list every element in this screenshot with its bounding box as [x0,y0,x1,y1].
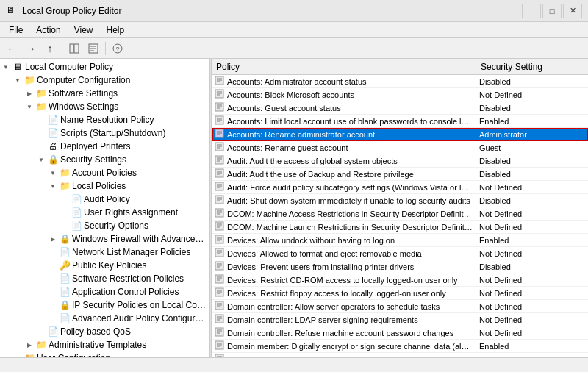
list-row[interactable]: Devices: Allowed to format and eject rem… [212,247,588,260]
node-label-scripts: Scripts (Startup/Shutdown) [60,128,165,138]
list-row[interactable]: Devices: Allow undock without having to … [212,234,588,247]
node-icon-advanced-audit: 📄 [59,313,71,323]
minimize-button[interactable]: — [522,4,541,18]
list-row[interactable]: DCOM: Machine Access Restrictions in Sec… [212,207,588,221]
back-button[interactable]: ← [3,40,21,57]
node-icon-scripts: 📄 [47,128,59,138]
tree-node-public-key[interactable]: 🔑Public Key Policies [0,259,209,272]
node-label-network-list: Network List Manager Policies [72,247,190,257]
tree-panel[interactable]: ▼🖥Local Computer Policy▼📁Computer Config… [0,59,209,357]
tree-node-user-rights[interactable]: 📄User Rights Assignment [0,206,209,219]
list-row[interactable]: Domain member: Digitally encrypt secure … [212,353,588,357]
list-row[interactable]: Audit: Audit the access of global system… [212,154,588,168]
tree-node-security-settings[interactable]: ▼🔒Security Settings [0,153,209,166]
menu-item-view[interactable]: View [68,23,99,37]
tree-node-windows-firewall[interactable]: ▶🔒Windows Firewall with Advanced Securit… [0,232,209,246]
menu-item-file[interactable]: File [3,23,29,37]
tree-node-software-settings-comp[interactable]: ▶📁Software Settings [0,87,209,100]
maximize-button[interactable]: □ [542,4,562,18]
setting-cell: Disabled [476,101,588,114]
list-row[interactable]: Accounts: Rename guest accountGuest [212,141,588,154]
policy-icon [215,89,225,100]
list-row[interactable]: Devices: Restrict CD-ROM access to local… [212,273,588,287]
policy-cell: Devices: Allowed to format and eject rem… [212,247,476,260]
tree-node-audit-policy[interactable]: 📄Audit Policy [0,193,209,206]
list-row[interactable]: Audit: Shut down system immediately if u… [212,194,588,207]
close-button[interactable]: ✕ [563,4,582,18]
svg-rect-52 [215,222,223,230]
tree-node-deployed-printers[interactable]: 🖨Deployed Printers [0,140,209,153]
policy-list[interactable]: Accounts: Administrator account statusDi… [212,75,588,357]
policy-cell: Accounts: Block Microsoft accounts [212,88,476,101]
tree-node-advanced-audit[interactable]: 📄Advanced Audit Policy Configuration [0,312,209,325]
list-row[interactable]: Domain controller: Allow server operator… [212,300,588,313]
policy-name: Devices: Allowed to format and eject rem… [227,249,422,258]
list-row[interactable]: Accounts: Block Microsoft accountsNot De… [212,88,588,101]
tree-node-security-options[interactable]: 📄Security Options [0,219,209,232]
menu-item-action[interactable]: Action [30,23,66,37]
tree-node-account-policies[interactable]: ▼📁Account Policies [0,166,209,179]
list-row[interactable]: Audit: Audit the use of Backup and Resto… [212,168,588,181]
tree-node-local-computer-policy[interactable]: ▼🖥Local Computer Policy [0,60,209,74]
list-row[interactable]: Domain controller: Refuse machine accoun… [212,326,588,340]
policy-icon [215,76,225,87]
tree-node-user-config[interactable]: ▼📁User Configuration [0,351,209,357]
tree-node-app-control[interactable]: 📄Application Control Policies [0,285,209,298]
policy-column-header[interactable]: Policy [212,59,476,74]
node-icon-admin-templates-comp: 📁 [35,340,47,350]
policy-cell: Audit: Shut down system immediately if u… [212,194,476,207]
tree-node-local-policies[interactable]: ▼📁Local Policies [0,179,209,193]
policy-cell: Accounts: Guest account status [212,101,476,114]
node-label-windows-firewall: Windows Firewall with Advanced Security [72,234,206,244]
list-header: Policy Security Setting [212,59,588,75]
list-row[interactable]: Accounts: Guest account statusDisabled [212,101,588,115]
svg-rect-44 [215,196,223,204]
policy-name: Devices: Prevent users from installing p… [227,262,414,271]
svg-rect-80 [215,315,223,323]
forward-button[interactable]: → [22,40,40,57]
setting-cell: Administrator [476,128,588,140]
list-row[interactable]: Accounts: Rename administrator accountAd… [212,128,588,141]
list-row[interactable]: Accounts: Limit local account use of bla… [212,115,588,128]
list-row[interactable]: Accounts: Administrator account statusDi… [212,75,588,88]
policy-name: Devices: Restrict CD-ROM access to local… [227,276,458,285]
list-row[interactable]: Devices: Prevent users from installing p… [212,260,588,273]
tree-node-policy-based-qos[interactable]: 📄Policy-based QoS [0,325,209,338]
expand-icon-admin-templates-comp: ▶ [24,342,35,348]
policy-name: DCOM: Machine Access Restrictions in Sec… [227,210,473,218]
policy-cell: Accounts: Rename administrator account [212,128,476,140]
node-label-software-settings-comp: Software Settings [49,88,118,99]
policy-cell: Domain member: Digitally encrypt or sign… [212,340,476,352]
node-label-user-rights: User Rights Assignment [84,207,178,218]
tree-node-computer-config[interactable]: ▼📁Computer Configuration [0,74,209,87]
toolbar-separator-1 [62,42,62,55]
svg-rect-20 [215,116,223,124]
node-label-app-control: Application Control Policies [72,287,179,297]
policy-name: Accounts: Rename guest account [227,143,348,152]
up-button[interactable]: ↑ [41,40,59,57]
svg-rect-12 [215,90,223,98]
properties-button[interactable] [85,40,102,57]
tree-node-windows-settings[interactable]: ▼📁Windows Settings [0,100,209,113]
policy-name: Accounts: Guest account status [227,104,341,112]
list-row[interactable]: DCOM: Machine Launch Restrictions in Sec… [212,221,588,234]
setting-cell: Disabled [476,75,588,87]
setting-column-header[interactable]: Security Setting [476,59,576,74]
help-button[interactable]: ? [109,40,126,57]
policy-name: DCOM: Machine Launch Restrictions in Sec… [227,223,473,232]
tree-node-software-restriction[interactable]: 📄Software Restriction Policies [0,272,209,285]
node-icon-security-options: 📄 [71,221,82,231]
list-row[interactable]: Audit: Force audit policy subcategory se… [212,181,588,194]
expand-icon-local-computer-policy: ▼ [0,64,12,71]
tree-node-admin-templates-comp[interactable]: ▶📁Administrative Templates [0,338,209,351]
list-row[interactable]: Devices: Restrict floppy access to local… [212,287,588,300]
tree-node-scripts[interactable]: 📄Scripts (Startup/Shutdown) [0,126,209,140]
menu-item-help[interactable]: Help [101,23,131,37]
tree-node-network-list[interactable]: 📄Network List Manager Policies [0,246,209,259]
show-hide-button[interactable] [65,40,83,57]
list-row[interactable]: Domain controller: LDAP server signing r… [212,313,588,326]
list-row[interactable]: Domain member: Digitally encrypt or sign… [212,340,588,353]
tree-node-ip-security[interactable]: 🔒IP Security Policies on Local Computer [0,298,209,312]
toolbar: ← → ↑ ? [0,38,588,59]
tree-node-name-resolution[interactable]: 📄Name Resolution Policy [0,113,209,126]
